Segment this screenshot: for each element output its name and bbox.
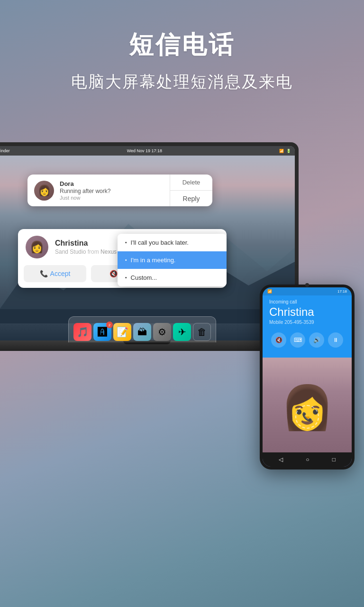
phone-menu-button[interactable]: □ [332, 456, 336, 463]
bullet-icon-3: • [125, 275, 127, 280]
notif-time: Just now [60, 195, 110, 201]
settings-icon: ⚙ [158, 326, 166, 338]
trash-icon: 🗑 [197, 327, 207, 338]
bullet-icon-2: • [125, 258, 127, 263]
mac-dock: 🎵 🅰 2 📝 🏔 ⚙ ✈ 🗑 [68, 316, 216, 342]
phone-camera [305, 283, 309, 287]
bullet-icon-1: • [125, 240, 127, 245]
notif-actions: Delete Reply [170, 175, 212, 206]
phone-hold-icon: ⏸ [333, 337, 338, 343]
dora-avatar: 👩 [34, 181, 54, 201]
dropdown-item-2[interactable]: • I'm in a meeting. [118, 251, 227, 269]
dropdown-item-3-label: Custom... [131, 274, 157, 281]
accept-label: Accept [50, 270, 71, 277]
answer-swipe-circle[interactable]: 📞 [295, 405, 319, 429]
menubar-left:  Finder [0, 148, 10, 153]
page-title: 短信电话 [14, 28, 350, 62]
dropdown-item-2-label: I'm in a meeting. [131, 257, 176, 264]
phone-caller-number: Mobile 205-495-3539 [263, 320, 352, 329]
phone-keypad-btn[interactable]: ⌨ [290, 332, 305, 348]
phone-caller-name: Christina [263, 305, 352, 320]
wifi-icon: 📶 [279, 149, 284, 153]
page-subtitle: 电脑大屏幕处理短消息及来电 [14, 71, 350, 93]
phone-call-controls: 🔇 ⌨ 🔊 ⏸ [263, 329, 352, 351]
laptop-body:  Finder Wed Nov 19 17:18 📶 🔋 👩 Dora [0, 142, 299, 346]
dock-trash[interactable]: 🗑 [193, 323, 211, 341]
phone-speaker-icon: 🔊 [313, 337, 320, 343]
phone-incoming-label: Incoming call [263, 295, 352, 305]
mute-icon: 🔇 [109, 270, 118, 277]
caller-name-laptop: Christina [55, 239, 121, 248]
phone-signal-icon: 📶 [267, 289, 272, 294]
sms-notification-card: 👩 Dora Running after work? Just now Dele… [27, 175, 212, 206]
phone-device: 📶 17:18 Incoming call Christina Mobile 2… [260, 285, 355, 469]
phone-mute-icon: 🔇 [275, 337, 282, 343]
dropdown-item-3[interactable]: • Custom... [118, 269, 227, 286]
phone-time: 17:18 [337, 289, 347, 294]
phone-keypad-icon: ⌨ [294, 337, 302, 343]
notif-text-content: Dora Running after work? Just now [60, 180, 110, 201]
dock-music[interactable]: 🎵 [73, 323, 91, 341]
phone-icon: 📞 [40, 270, 48, 277]
music-icon: 🎵 [77, 326, 89, 338]
phone-screen: 📶 17:18 Incoming call Christina Mobile 2… [263, 287, 352, 467]
notif-message: Running after work? [60, 188, 110, 194]
phone-navigation-bar: ◁ ○ □ [263, 452, 352, 467]
menu-finder: Finder [0, 148, 10, 153]
dock-notes[interactable]: 📝 [113, 323, 131, 341]
menubar-datetime: Wed Nov 19 17:18 [127, 148, 162, 153]
phone-back-button[interactable]: ◁ [279, 456, 283, 463]
caller-source: Sand Studio from Nexus 5 [55, 248, 121, 255]
answer-phone-icon: 📞 [302, 412, 312, 422]
accept-button[interactable]: 📞 Accept [24, 265, 86, 282]
dropdown-item-1-label: I'll call you back later. [131, 239, 189, 246]
dock-appstore[interactable]: 🅰 2 [93, 323, 111, 341]
christina-avatar-laptop: 👩 [26, 236, 48, 258]
appstore-badge: 2 [106, 322, 113, 328]
appstore-icon: 🅰 [98, 327, 107, 338]
decline-dropdown: • I'll call you back later. • I'm in a m… [118, 234, 227, 286]
dropdown-item-1[interactable]: • I'll call you back later. [118, 234, 227, 251]
send-icon: ✈ [178, 326, 186, 338]
source-from: from [88, 248, 99, 255]
menubar-right: 📶 🔋 [279, 149, 291, 153]
header-section: 短信电话 电脑大屏幕处理短消息及来电 [0, 0, 364, 102]
delete-button[interactable]: Delete [170, 175, 212, 191]
photos-icon: 🏔 [137, 327, 147, 338]
reply-button[interactable]: Reply [170, 191, 212, 206]
battery-icon: 🔋 [286, 149, 291, 153]
phone-speaker-btn[interactable]: 🔊 [309, 332, 324, 348]
source-name: Sand Studio [55, 248, 86, 255]
laptop-screen:  Finder Wed Nov 19 17:18 📶 🔋 👩 Dora [0, 146, 295, 342]
dock-photos[interactable]: 🏔 [133, 323, 151, 341]
phone-status-bar: 📶 17:18 [263, 287, 352, 295]
dock-settings[interactable]: ⚙ [153, 323, 171, 341]
phone-home-button[interactable]: ○ [306, 456, 309, 463]
call-caller-info: Christina Sand Studio from Nexus 5 [55, 239, 121, 255]
phone-mute-btn[interactable]: 🔇 [271, 332, 286, 348]
notif-sender-name: Dora [60, 180, 110, 187]
mac-menubar:  Finder Wed Nov 19 17:18 📶 🔋 [0, 146, 295, 156]
phone-hold-btn[interactable]: ⏸ [328, 332, 343, 348]
notif-main-content: 👩 Dora Running after work? Just now [27, 175, 170, 206]
dock-send[interactable]: ✈ [173, 323, 191, 341]
notes-icon: 📝 [117, 326, 128, 338]
